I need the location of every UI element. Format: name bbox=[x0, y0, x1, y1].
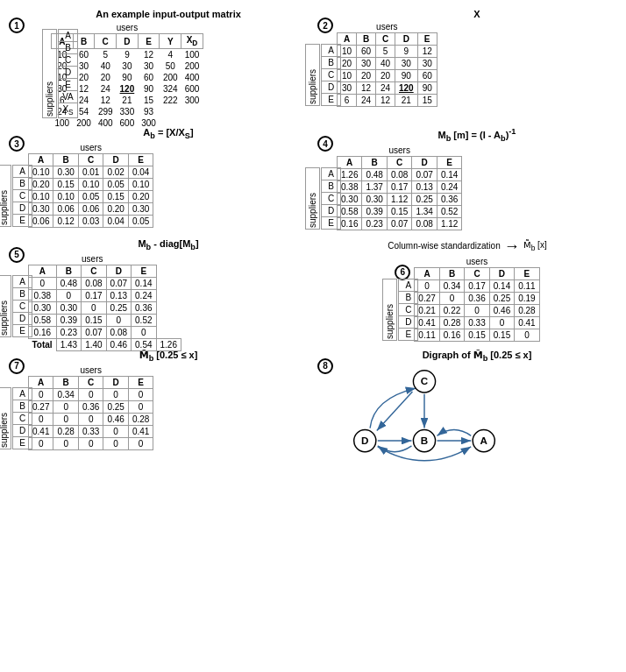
panel-6-suppliers: suppliers A B C D E bbox=[382, 279, 539, 341]
suppliers-label-5: suppliers bbox=[0, 275, 11, 337]
table-row: 0.381.370.170.130.24 bbox=[338, 180, 462, 193]
table-row: 0.410.280.3300.41 bbox=[29, 426, 153, 438]
panel-2-suppliers: suppliers A B C D E bbox=[305, 44, 617, 106]
row-label: C bbox=[13, 190, 32, 202]
panel-3-title: Ab = [X/XS] bbox=[28, 127, 309, 140]
row-label: A bbox=[322, 167, 341, 180]
row-label: B bbox=[322, 180, 341, 192]
column-wise-label: Column-wise standardization bbox=[388, 241, 500, 251]
users-header-3: users bbox=[29, 142, 153, 154]
table-row: 0.2700.360.250.19 bbox=[415, 292, 539, 304]
panel-2-number: 2 bbox=[317, 18, 333, 33]
panel-4-title: Mb [m] = (I - Ab)-1 bbox=[337, 127, 617, 143]
digraph-svg: C D B A bbox=[337, 364, 512, 496]
table-row: 0.100.300.010.020.04 bbox=[29, 166, 153, 179]
panel-7-content: M̃b [0.25 ≤ x] users ABCDE 00.34000 0.27… bbox=[28, 350, 309, 449]
panel-8-number: 8 bbox=[317, 358, 333, 374]
row-label: E bbox=[59, 79, 78, 91]
row-1: 1 An example input-output matrix users bbox=[9, 9, 617, 118]
table-row: 0.200.150.100.050.10 bbox=[29, 179, 153, 191]
row-label: B bbox=[399, 291, 418, 303]
panel-1-content: An example input-output matrix users A bbox=[28, 9, 309, 118]
panel-8-title: Digraph of M̃b [0.25 ≤ x] bbox=[337, 350, 617, 363]
node-c-label: C bbox=[421, 375, 429, 386]
suppliers-label-1: suppliers bbox=[42, 29, 57, 118]
row-labels-table-2: A B C D E bbox=[321, 44, 341, 106]
panel-5-title: Mb - diag[Mb] bbox=[28, 238, 309, 251]
panel-8: 8 Digraph of M̃b [0.25 ≤ x] bbox=[317, 350, 617, 498]
panel-3: 3 Ab = [X/XS] users ABCDE 0.100.300.010.… bbox=[9, 127, 309, 230]
panel-3-number: 3 bbox=[9, 136, 25, 152]
table-row: 0.100.100.050.150.20 bbox=[29, 191, 153, 203]
panel-3-content: Ab = [X/XS] users ABCDE 0.100.300.010.02… bbox=[28, 127, 309, 227]
table-row: 0.410.280.3300.41 bbox=[415, 316, 539, 329]
panel-6-content: users ABCDE 00.340.170.140.11 0.2700.360… bbox=[414, 256, 539, 341]
row-labels-table-1: A B C D E VA XS bbox=[58, 29, 78, 118]
row-label: D bbox=[13, 202, 32, 215]
row-label: VA bbox=[59, 91, 78, 103]
suppliers-label-7: suppliers bbox=[0, 387, 11, 449]
row-label: D bbox=[13, 425, 32, 437]
table-row: 0.160.230.070.081.12 bbox=[338, 217, 462, 230]
table-row: 0.060.120.030.040.05 bbox=[29, 216, 153, 228]
row-label: D bbox=[59, 67, 78, 79]
panel-4-content: Mb [m] = (I - Ab)-1 users ABCDE 1.260.48… bbox=[337, 127, 617, 230]
row-label: A bbox=[13, 388, 32, 400]
users-header-6: users bbox=[415, 256, 539, 268]
row-label: D bbox=[399, 315, 418, 328]
table-row: 1.260.480.080.070.14 bbox=[338, 168, 462, 180]
row-label: C bbox=[13, 413, 32, 425]
row-labels-table-7: A B C D E bbox=[12, 387, 32, 449]
row-label: A bbox=[13, 166, 32, 178]
row-label: B bbox=[13, 288, 32, 301]
row-label: E bbox=[322, 94, 341, 106]
panel-4-number: 4 bbox=[317, 136, 333, 152]
row-label: D bbox=[322, 81, 341, 94]
users-header-7: users bbox=[29, 364, 153, 377]
panel-5-content: Mb - diag[Mb] users ABCDE 00.480.080.070… bbox=[28, 238, 309, 337]
users-header-2: users bbox=[338, 21, 437, 33]
row-label: XS bbox=[59, 103, 78, 118]
row-label: B bbox=[13, 400, 32, 413]
row-label: C bbox=[399, 303, 418, 315]
mb-tilde-label: M̃b [x] bbox=[523, 240, 547, 252]
row-labels-table-5: A B C D E bbox=[12, 275, 32, 337]
panel-8-content: Digraph of M̃b [0.25 ≤ x] bbox=[337, 350, 617, 498]
row-labels-table-6: A B C D E bbox=[398, 279, 418, 341]
panel-6-with-arrow: Column-wise standardization → M̃b [x] 6 … bbox=[317, 238, 617, 341]
row-label: D bbox=[322, 204, 341, 216]
row-3: 5 Mb - diag[Mb] users ABCDE 00.480.080.0… bbox=[9, 238, 617, 341]
suppliers-label-3: suppliers bbox=[0, 165, 11, 227]
right-arrow-icon: → bbox=[504, 238, 520, 254]
row-labels-table-4: A B C D E bbox=[321, 167, 341, 230]
table-row: 0.300.060.060.200.30 bbox=[29, 203, 153, 216]
panel-7-suppliers: suppliers A B C D E bbox=[0, 387, 309, 449]
panel-7: 7 M̃b [0.25 ≤ x] users ABCDE 00.34000 0.… bbox=[9, 350, 309, 449]
panel-2-title: X bbox=[337, 9, 617, 19]
users-header-4: users bbox=[338, 145, 462, 157]
node-d-label: D bbox=[361, 435, 368, 446]
node-b-label: B bbox=[421, 435, 428, 446]
panel-1: 1 An example input-output matrix users bbox=[9, 9, 309, 118]
panel-2: 2 X users ABCDE 10605912 2030403030 1020… bbox=[317, 9, 617, 118]
row-label: B bbox=[13, 178, 32, 190]
panel-5: 5 Mb - diag[Mb] users ABCDE 00.480.080.0… bbox=[9, 238, 309, 337]
users-header-5: users bbox=[29, 253, 157, 265]
table-row: 0.210.2200.460.28 bbox=[415, 304, 539, 316]
panel-2-content: X users ABCDE 10605912 2030403030 102020… bbox=[337, 9, 617, 106]
row-label: E bbox=[13, 215, 32, 227]
row-label: A bbox=[13, 276, 32, 288]
panel-5-number: 5 bbox=[9, 247, 25, 263]
row-label: C bbox=[322, 69, 341, 81]
suppliers-label-6: suppliers bbox=[382, 279, 397, 341]
panel-6: 6 users ABCDE 00.340.170.140.11 0.2700.3… bbox=[395, 256, 539, 341]
table-row: 0.580.390.151.340.52 bbox=[338, 205, 462, 217]
row-label: C bbox=[59, 54, 78, 67]
arrow-label-row: Column-wise standardization → M̃b [x] bbox=[388, 238, 546, 254]
row-label: A bbox=[59, 30, 78, 42]
panel-7-number: 7 bbox=[9, 358, 25, 374]
node-a-label: A bbox=[480, 435, 488, 446]
suppliers-label-4: suppliers bbox=[305, 167, 320, 230]
row-label: E bbox=[322, 216, 341, 229]
row-label: C bbox=[13, 301, 32, 313]
